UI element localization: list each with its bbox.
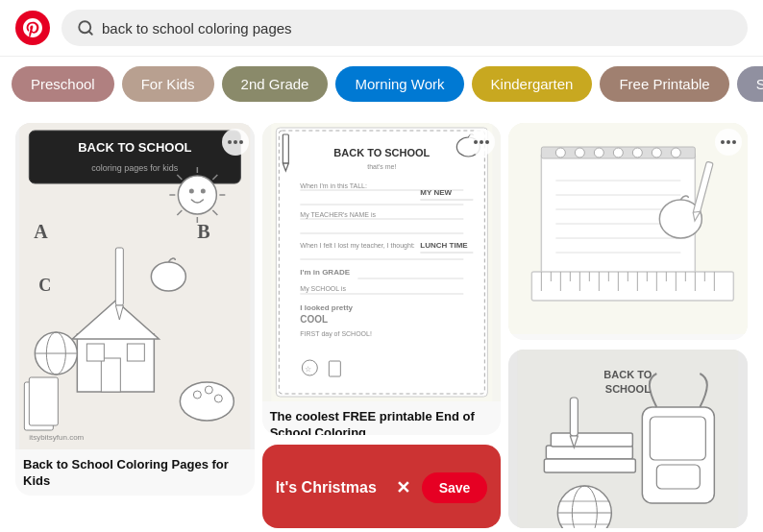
pin-image-4 [508, 123, 748, 334]
svg-rect-10 [127, 344, 144, 361]
svg-point-73 [595, 148, 604, 157]
three-dots-icon-4 [721, 140, 736, 144]
svg-point-23 [178, 176, 216, 214]
svg-rect-113 [657, 465, 701, 489]
svg-rect-109 [552, 433, 633, 447]
svg-point-36 [151, 262, 185, 291]
svg-point-19 [214, 395, 222, 402]
svg-point-74 [614, 148, 624, 157]
svg-text:FIRST day of SCHOOL!: FIRST day of SCHOOL! [300, 330, 372, 338]
svg-rect-116 [571, 398, 578, 436]
svg-point-77 [672, 148, 681, 157]
svg-text:C: C [38, 276, 51, 295]
svg-rect-110 [545, 459, 636, 472]
svg-text:When I'm in this TALL:: When I'm in this TALL: [300, 182, 367, 189]
svg-point-24 [189, 189, 194, 194]
svg-rect-84 [532, 272, 734, 301]
pin3-close-button[interactable]: ✕ [396, 477, 410, 498]
svg-rect-9 [86, 344, 104, 361]
pin-card-5[interactable]: BACK TO SCHOOL [508, 350, 748, 528]
tab-morningwork[interactable]: Morning Work [335, 66, 463, 102]
svg-point-25 [201, 189, 206, 194]
pin-column-1: BACK TO SCHOOL coloring pages for kids [12, 123, 258, 528]
svg-text:When I felt I lost my teacher,: When I felt I lost my teacher, I thought… [300, 242, 415, 250]
pinterest-logo-icon [23, 18, 42, 37]
pin3-christmas-text: It's Christmas [276, 479, 377, 496]
pin4-more-button[interactable] [715, 129, 742, 156]
pin4-info: Back To School Coloring Pages For Kids [508, 334, 748, 340]
pin2-illustration: BACK TO SCHOOL that's me! When I'm in th… [262, 123, 502, 401]
svg-text:My TEACHER's NAME is: My TEACHER's NAME is [300, 211, 376, 219]
search-bar[interactable]: back to school coloring pages [62, 10, 748, 46]
tab-freeprintable[interactable]: Free Printable [600, 66, 728, 102]
tab-preschool[interactable]: Preschool [12, 66, 114, 102]
svg-point-75 [633, 148, 643, 157]
svg-text:that's me!: that's me! [367, 163, 396, 170]
svg-text:BACK TO SCHOOL: BACK TO SCHOOL [78, 140, 191, 155]
tab-stu[interactable]: Stu [737, 66, 763, 102]
svg-point-18 [205, 386, 212, 394]
filter-tabs-bar: Preschool For Kids 2nd Grade Morning Wor… [0, 57, 763, 111]
svg-text:A: A [34, 221, 48, 242]
svg-point-71 [556, 148, 566, 157]
pin4-illustration [508, 123, 748, 334]
search-icon [77, 19, 94, 36]
svg-text:My SCHOOL is: My SCHOOL is [300, 285, 346, 293]
svg-rect-3 [29, 131, 240, 183]
svg-text:MY NEW: MY NEW [420, 188, 452, 197]
pin-image-2: BACK TO SCHOOL that's me! When I'm in th… [262, 123, 502, 401]
svg-rect-15 [29, 377, 58, 425]
pin-card-3[interactable]: It's Christmas ✕ Save [262, 445, 502, 528]
svg-text:itsybitsyfun.com: itsybitsyfun.com [29, 433, 84, 442]
tab-kindergarten[interactable]: Kindergarten [472, 66, 593, 102]
pin2-info: The coolest FREE printable End of School… [262, 401, 502, 435]
pin1-info: Back to School Coloring Pages for Kids [15, 449, 255, 496]
search-input[interactable]: back to school coloring pages [102, 20, 732, 36]
svg-rect-34 [115, 248, 123, 305]
svg-text:coloring pages for kids: coloring pages for kids [91, 163, 179, 173]
svg-line-1 [88, 31, 91, 34]
pin-column-3: Back To School Coloring Pages For Kids [505, 123, 751, 528]
svg-text:BACK TO SCHOOL: BACK TO SCHOOL [333, 147, 430, 158]
three-dots-icon-2 [474, 140, 489, 144]
pin3-save-button[interactable]: Save [422, 472, 488, 503]
pin-card-2[interactable]: BACK TO SCHOOL that's me! When I'm in th… [262, 123, 502, 435]
svg-point-17 [193, 391, 201, 399]
tab-2ndgrade[interactable]: 2nd Grade [222, 66, 329, 102]
svg-text:B: B [197, 221, 209, 242]
pin1-illustration: BACK TO SCHOOL coloring pages for kids [15, 123, 255, 449]
svg-point-76 [652, 148, 662, 157]
pin-grid: BACK TO SCHOOL coloring pages for kids [0, 111, 763, 528]
pin-image-3: It's Christmas ✕ Save [262, 445, 502, 528]
pin-card-1[interactable]: BACK TO SCHOOL coloring pages for kids [15, 123, 255, 496]
pin2-title: The coolest FREE printable End of School… [270, 409, 494, 435]
pin1-more-button[interactable] [222, 129, 249, 156]
pin1-title: Back to School Coloring Pages for Kids [23, 457, 247, 490]
pin-image-5: BACK TO SCHOOL [508, 350, 748, 528]
svg-text:BACK TO: BACK TO [604, 369, 652, 380]
pin5-illustration: BACK TO SCHOOL [508, 350, 748, 528]
header: back to school coloring pages [0, 0, 763, 57]
svg-point-72 [576, 148, 585, 157]
pinterest-logo[interactable] [15, 11, 50, 45]
svg-text:COOL: COOL [300, 314, 328, 325]
svg-text:☆: ☆ [305, 365, 311, 374]
svg-text:I looked pretty: I looked pretty [300, 303, 353, 312]
svg-text:I'm in GRADE: I'm in GRADE [300, 268, 350, 277]
pin-image-1: BACK TO SCHOOL coloring pages for kids [15, 123, 255, 449]
svg-text:SCHOOL: SCHOOL [605, 383, 651, 395]
pin-column-2: BACK TO SCHOOL that's me! When I'm in th… [258, 123, 505, 528]
svg-rect-108 [547, 446, 633, 459]
svg-text:LUNCH TIME: LUNCH TIME [420, 241, 468, 250]
svg-rect-112 [651, 417, 706, 460]
svg-rect-8 [101, 358, 120, 392]
pin-card-4[interactable]: Back To School Coloring Pages For Kids [508, 123, 748, 340]
three-dots-icon [228, 140, 243, 144]
tab-forkids[interactable]: For Kids [122, 66, 214, 102]
